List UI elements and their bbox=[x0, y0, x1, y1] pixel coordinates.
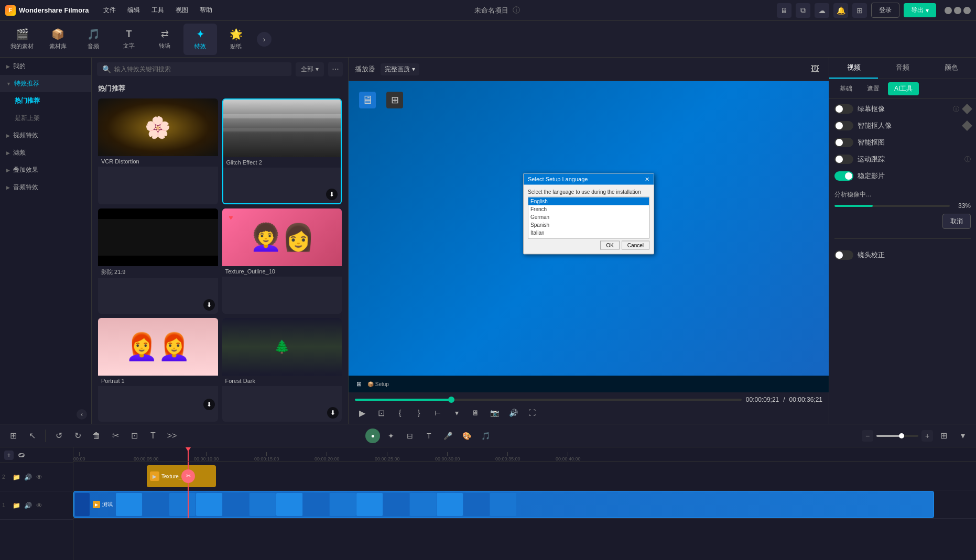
menu-view[interactable]: 视图 bbox=[170, 4, 193, 17]
split-button[interactable]: ⊢ bbox=[430, 405, 445, 420]
menu-edit[interactable]: 编辑 bbox=[122, 4, 145, 17]
subtab-mask[interactable]: 遮置 bbox=[861, 82, 886, 95]
track-link-icon[interactable] bbox=[17, 451, 26, 460]
glitch-effect-2-download-icon[interactable]: ⬇ bbox=[326, 189, 338, 200]
portrait1-download-icon[interactable]: ⬇ bbox=[203, 399, 215, 410]
preview-snapshot-icon[interactable]: 🖼 bbox=[808, 62, 822, 76]
volume-button[interactable]: 🔊 bbox=[506, 405, 520, 420]
tab-video[interactable]: 视频 bbox=[829, 58, 878, 79]
left-panel-newest[interactable]: 是新上架 bbox=[0, 109, 91, 127]
subtab-basic[interactable]: 基础 bbox=[833, 82, 859, 95]
tool-text[interactable]: T 文字 bbox=[112, 24, 146, 55]
dialog-cancel-button[interactable]: Cancel bbox=[622, 240, 649, 249]
left-panel-overlay[interactable]: ▶ 叠加效果 bbox=[0, 161, 91, 179]
stop-button[interactable]: ⊡ bbox=[374, 405, 388, 420]
tl-crop-button[interactable]: ⊡ bbox=[126, 428, 142, 444]
cloud-icon[interactable]: ☁ bbox=[815, 3, 829, 18]
close-button[interactable] bbox=[963, 7, 971, 14]
tool-audio[interactable]: 🎵 音频 bbox=[77, 24, 110, 55]
track1-eye-icon[interactable]: 👁 bbox=[35, 501, 44, 510]
tl-snap-button[interactable]: ● bbox=[365, 429, 380, 443]
motion-track-toggle[interactable] bbox=[834, 155, 853, 164]
scrub-thumb[interactable] bbox=[448, 397, 454, 403]
effect-card-vcr-distortion[interactable]: VCR Distortion bbox=[98, 98, 218, 204]
smart-portrait-toggle[interactable] bbox=[834, 121, 853, 130]
maximize-button[interactable] bbox=[954, 7, 961, 14]
scrub-bar[interactable] bbox=[355, 399, 742, 401]
login-button[interactable]: 登录 bbox=[871, 3, 899, 18]
forest-download-icon[interactable]: ⬇ bbox=[327, 407, 339, 419]
toolbar-more-arrow[interactable]: › bbox=[257, 32, 272, 47]
lens-toggle[interactable] bbox=[834, 250, 853, 260]
monitor-button[interactable]: 🖥 bbox=[468, 405, 483, 420]
search-input-wrap[interactable]: 🔍 bbox=[97, 62, 291, 76]
bell-icon[interactable]: 🔔 bbox=[833, 3, 848, 18]
green-screen-toggle[interactable] bbox=[834, 104, 853, 114]
search-input[interactable] bbox=[114, 65, 286, 73]
tab-audio[interactable]: 音频 bbox=[878, 58, 927, 79]
zoom-minus-button[interactable]: − bbox=[862, 430, 873, 442]
zoom-bar[interactable] bbox=[876, 435, 918, 437]
smart-cutout-toggle[interactable] bbox=[834, 138, 853, 147]
more-options-button[interactable]: ··· bbox=[328, 62, 343, 76]
track1-main-clip[interactable]: ▶ 测试 bbox=[73, 491, 934, 518]
menu-tools[interactable]: 工具 bbox=[146, 4, 169, 17]
tl-undo-button[interactable]: ↺ bbox=[51, 428, 67, 444]
stabilize-toggle[interactable] bbox=[834, 171, 853, 181]
left-panel-audio-effects[interactable]: ▶ 音频特效 bbox=[0, 179, 91, 196]
mark-out-button[interactable]: } bbox=[411, 405, 426, 420]
tl-redo-button[interactable]: ↻ bbox=[70, 428, 85, 444]
left-panel-filters[interactable]: ▶ 滤频 bbox=[0, 144, 91, 161]
tab-color[interactable]: 颜色 bbox=[927, 58, 976, 79]
duplicate-icon[interactable]: ⧉ bbox=[796, 3, 810, 18]
fullscreen-button[interactable]: ⛶ bbox=[525, 405, 539, 420]
subtab-ai-tools[interactable]: AI工具 bbox=[888, 82, 919, 95]
play-button[interactable]: ▶ bbox=[355, 405, 370, 420]
tool-effects[interactable]: ✦ 特效 bbox=[183, 24, 217, 55]
mark-in-button[interactable]: { bbox=[393, 405, 407, 420]
cinema-219-download-icon[interactable]: ⬇ bbox=[203, 299, 215, 311]
zoom-plus-button[interactable]: + bbox=[921, 430, 933, 442]
effect-card-portrait1[interactable]: 👩‍🦰 ⬇ Portrait 1 bbox=[98, 318, 218, 422]
effect-card-forest[interactable]: 🌲 ⬇ Forest Dark bbox=[222, 318, 342, 422]
add-track-button[interactable]: + bbox=[4, 451, 14, 460]
tl-grid-button[interactable]: ⊞ bbox=[5, 428, 21, 444]
track1-folder-icon[interactable]: 📁 bbox=[12, 501, 21, 510]
tool-transitions[interactable]: ⇄ 转场 bbox=[148, 24, 181, 55]
tool-stickers[interactable]: 🌟 贴纸 bbox=[219, 24, 253, 55]
export-button[interactable]: 导出 ▾ bbox=[904, 3, 936, 17]
menu-file[interactable]: 文件 bbox=[98, 4, 121, 17]
track2-volume-icon[interactable]: 🔊 bbox=[23, 473, 32, 482]
effect-card-texture-outline-10[interactable]: 👩‍🦱 ♥ Texture_Outline_10 bbox=[222, 208, 342, 314]
tl-more-button[interactable]: ▾ bbox=[955, 428, 971, 444]
menu-help[interactable]: 帮助 bbox=[194, 4, 218, 17]
tool-media-lib[interactable]: 📦 素材库 bbox=[41, 24, 74, 55]
minimize-button[interactable] bbox=[945, 7, 952, 14]
tl-cursor-button[interactable]: ↖ bbox=[24, 428, 40, 444]
tl-scissors-button[interactable]: ✂ bbox=[107, 428, 123, 444]
filter-dropdown[interactable]: 全部 ▾ bbox=[296, 62, 324, 76]
monitor-icon[interactable]: 🖥 bbox=[777, 3, 791, 18]
panel-collapse-button[interactable]: ‹ bbox=[77, 409, 87, 420]
tl-text2-button[interactable]: T bbox=[421, 428, 437, 444]
dialog-ok-button[interactable]: OK bbox=[600, 240, 619, 249]
tl-broll-button[interactable]: ⊟ bbox=[402, 428, 418, 444]
track2-folder-icon[interactable]: 📁 bbox=[12, 473, 21, 482]
tl-forward-button[interactable]: >> bbox=[164, 428, 180, 444]
track1-volume-icon[interactable]: 🔊 bbox=[23, 501, 32, 510]
tl-text-button[interactable]: T bbox=[145, 428, 161, 444]
preview-quality-selector[interactable]: 完整画质 ▾ bbox=[381, 63, 419, 75]
tl-delete-button[interactable]: 🗑 bbox=[89, 428, 104, 444]
track2-eye-icon[interactable]: 👁 bbox=[35, 473, 44, 482]
tl-voiceover-button[interactable]: 🎤 bbox=[440, 428, 456, 444]
tl-settings-button[interactable]: ⊞ bbox=[936, 428, 952, 444]
left-panel-my[interactable]: ▶ 我的 bbox=[0, 58, 91, 75]
left-panel-effects-recommended[interactable]: ▼ 特效推荐 bbox=[0, 75, 91, 92]
snapshot-button[interactable]: 📷 bbox=[487, 405, 502, 420]
effect-card-glitch-effect-2[interactable]: ⬇ Glitch Effect 2 bbox=[222, 98, 342, 204]
cancel-analysis-button[interactable]: 取消 bbox=[942, 214, 971, 229]
left-panel-video-effects[interactable]: ▶ 视頻特效 bbox=[0, 127, 91, 144]
effect-card-cinema-219[interactable]: ⬇ 影院 21:9 bbox=[98, 208, 218, 314]
tl-color-button[interactable]: 🎨 bbox=[459, 428, 474, 444]
more-ctrl-button[interactable]: ▾ bbox=[449, 405, 464, 420]
